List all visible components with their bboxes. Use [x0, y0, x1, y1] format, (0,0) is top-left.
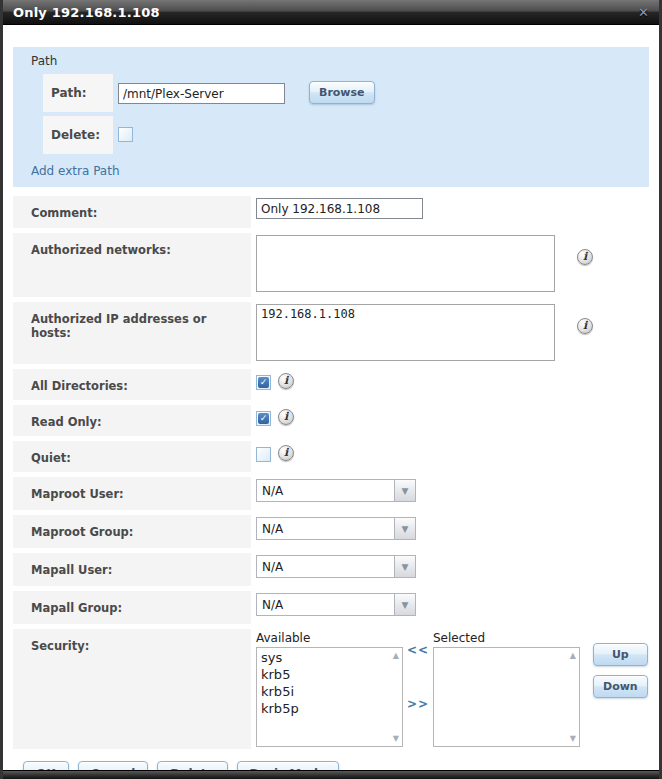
authorized-networks-label: Authorized networks: — [13, 233, 251, 297]
all-directories-checkbox[interactable]: ✓ — [256, 375, 271, 390]
dialog-window: Only 192.168.1.108 ✕ Path Path: Browse D… — [0, 0, 662, 779]
quiet-row: Quiet: ✓ i — [13, 441, 649, 472]
info-icon[interactable]: i — [278, 373, 294, 389]
mapall-user-row: Mapall User: N/A ▼ — [13, 553, 649, 586]
all-directories-label: All Directories: — [13, 369, 251, 400]
maproot-group-select[interactable]: N/A ▼ — [256, 517, 416, 540]
mapall-group-row: Mapall Group: N/A ▼ — [13, 591, 649, 624]
authorized-networks-textarea[interactable] — [256, 235, 555, 292]
info-icon[interactable]: i — [278, 445, 294, 461]
mapall-user-select[interactable]: N/A ▼ — [256, 555, 416, 578]
down-button[interactable]: Down — [593, 675, 648, 698]
list-item[interactable]: krb5i — [261, 683, 384, 700]
path-section: Path Path: Browse Delete: ✓ Add — [13, 47, 649, 187]
selected-value: N/A — [257, 518, 394, 539]
browse-button[interactable]: Browse — [309, 81, 375, 104]
bottom-bar — [3, 770, 659, 779]
comment-label: Comment: — [13, 196, 251, 228]
move-left-button[interactable]: << — [403, 643, 433, 657]
mapall-group-label: Mapall Group: — [13, 591, 251, 624]
scroll-down-icon[interactable]: ▼ — [570, 734, 576, 743]
shuttle-controls: << >> — [403, 631, 433, 711]
info-icon[interactable]: i — [577, 249, 593, 265]
add-extra-path-link[interactable]: Add extra Path — [31, 164, 120, 178]
security-row: Security: Available ▲ ▼ syskrb5krb5ikrb5… — [13, 629, 649, 749]
maproot-group-label: Maproot Group: — [13, 515, 251, 548]
path-input[interactable] — [118, 83, 285, 104]
delete-row: Delete: ✓ — [43, 116, 639, 154]
list-item[interactable]: krb5p — [261, 700, 384, 717]
selected-list[interactable]: ▲ ▼ — [433, 647, 580, 747]
available-label: Available — [256, 631, 403, 645]
path-row: Path: Browse — [43, 74, 639, 112]
maproot-user-row: Maproot User: N/A ▼ — [13, 477, 649, 510]
scroll-up-icon[interactable]: ▲ — [570, 651, 576, 660]
delete-checkbox[interactable]: ✓ — [118, 127, 133, 142]
available-list[interactable]: ▲ ▼ syskrb5krb5ikrb5p — [256, 647, 403, 747]
check-icon: ✓ — [258, 377, 269, 388]
scroll-down-icon[interactable]: ▼ — [393, 734, 399, 743]
titlebar: Only 192.168.1.108 ✕ — [3, 0, 659, 25]
maproot-user-label: Maproot User: — [13, 477, 251, 510]
authorized-ips-row: Authorized IP addresses or hosts: 192.16… — [13, 302, 649, 364]
selected-label: Selected — [433, 631, 580, 645]
info-icon[interactable]: i — [278, 409, 294, 425]
path-label: Path: — [43, 74, 113, 112]
maproot-group-row: Maproot Group: N/A ▼ — [13, 515, 649, 548]
quiet-label: Quiet: — [13, 441, 251, 472]
list-item[interactable]: sys — [261, 649, 384, 666]
list-item[interactable]: krb5 — [261, 666, 384, 683]
path-field: Browse — [118, 74, 375, 104]
mapall-group-select[interactable]: N/A ▼ — [256, 593, 416, 616]
read-only-checkbox[interactable]: ✓ — [256, 411, 271, 426]
mapall-user-label: Mapall User: — [13, 553, 251, 586]
move-right-button[interactable]: >> — [403, 697, 433, 711]
scroll-up-icon[interactable]: ▲ — [393, 651, 399, 660]
all-directories-row: All Directories: ✓ i — [13, 369, 649, 400]
selected-column: Selected ▲ ▼ — [433, 631, 580, 747]
read-only-row: Read Only: ✓ i — [13, 405, 649, 436]
chevron-down-icon[interactable]: ▼ — [394, 594, 415, 615]
maproot-user-select[interactable]: N/A ▼ — [256, 479, 416, 502]
dialog-content: Path Path: Browse Delete: ✓ Add — [3, 25, 659, 779]
check-icon: ✓ — [258, 413, 269, 424]
authorized-ips-label: Authorized IP addresses or hosts: — [13, 302, 251, 364]
authorized-ips-textarea[interactable]: 192.168.1.108 — [256, 304, 555, 361]
authorized-networks-row: Authorized networks: i — [13, 233, 649, 297]
selected-value: N/A — [257, 480, 394, 501]
dialog-title: Only 192.168.1.108 — [13, 5, 160, 20]
comment-input[interactable] — [256, 198, 423, 219]
chevron-down-icon[interactable]: ▼ — [394, 518, 415, 539]
chevron-down-icon[interactable]: ▼ — [394, 556, 415, 577]
comment-row: Comment: — [13, 196, 649, 228]
quiet-checkbox[interactable]: ✓ — [256, 447, 271, 462]
info-icon[interactable]: i — [577, 318, 593, 334]
selected-value: N/A — [257, 556, 394, 577]
security-label: Security: — [13, 629, 251, 749]
path-legend: Path — [31, 54, 639, 68]
chevron-down-icon[interactable]: ▼ — [394, 480, 415, 501]
close-icon[interactable]: ✕ — [638, 5, 649, 20]
read-only-label: Read Only: — [13, 405, 251, 436]
delete-label: Delete: — [43, 116, 113, 154]
up-button[interactable]: Up — [593, 643, 648, 666]
selected-value: N/A — [257, 594, 394, 615]
available-column: Available ▲ ▼ syskrb5krb5ikrb5p — [256, 631, 403, 747]
